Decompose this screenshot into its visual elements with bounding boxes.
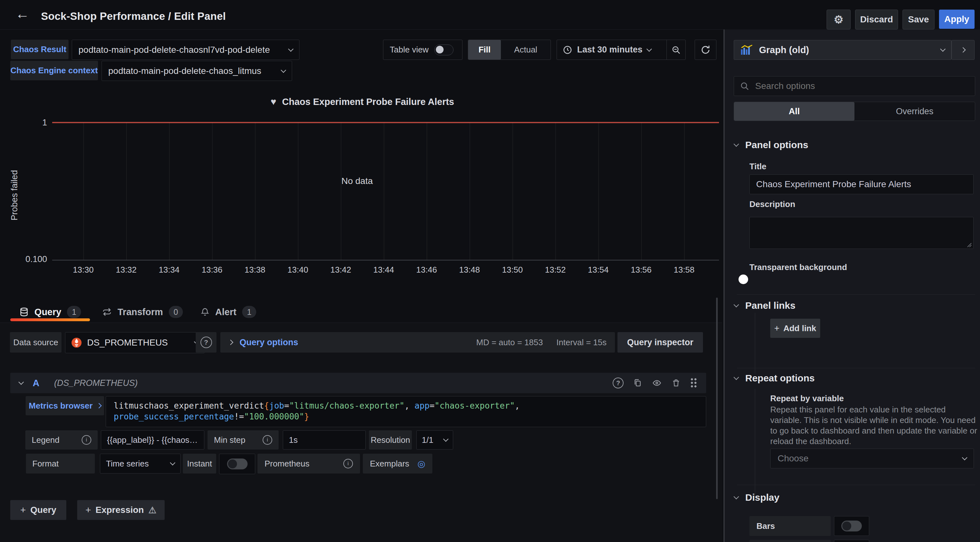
resize-handle-icon[interactable] (966, 241, 972, 248)
add-query-button[interactable]: + Query (10, 500, 66, 520)
display-next-row-partial (749, 540, 831, 542)
min-step-field-label: Min step i (208, 430, 278, 450)
time-range-control: Last 30 minutes (557, 40, 686, 60)
chevron-right-icon (961, 48, 966, 53)
display-section-header[interactable]: Display (734, 492, 780, 503)
add-link-button[interactable]: + Add link (770, 319, 820, 338)
chevron-down-icon (647, 46, 652, 52)
plus-icon: + (775, 323, 780, 333)
variable-value-chaos-result[interactable]: podtato-main-pod-delete-chaosnl7vd-pod-d… (72, 40, 299, 60)
query-inspector-button[interactable]: Query inspector (617, 332, 703, 353)
apply-button[interactable]: Apply (939, 10, 975, 29)
bars-toggle[interactable] (841, 521, 862, 531)
save-button[interactable]: Save (902, 10, 934, 29)
visualization-picker[interactable]: Graph (old) (734, 40, 951, 60)
bars-toggle-box (834, 516, 869, 536)
query-help-icon[interactable]: ? (612, 377, 624, 388)
drag-handle-icon[interactable] (690, 377, 697, 388)
repeat-variable-select[interactable]: Choose (770, 448, 974, 468)
legend-value-text: {{app_label}} - {{chaos… (107, 435, 197, 445)
x-axis-tick-label: 13:56 (631, 265, 651, 275)
toggle-knob (842, 521, 851, 531)
x-axis-tick-label: 13:52 (545, 265, 566, 275)
instant-toggle-box (219, 454, 255, 474)
panel-options-section-header[interactable]: Panel options (734, 139, 808, 151)
legend-label-text: Legend (32, 435, 60, 445)
scrollbar-thumb[interactable] (716, 298, 718, 499)
variable-label-chaos-engine: Chaos Engine context (10, 61, 98, 80)
format-select[interactable]: Time series (100, 454, 181, 474)
add-link-label: Add link (783, 323, 816, 333)
filter-tab-all[interactable]: All (734, 102, 854, 120)
gridline (555, 122, 556, 260)
interval-text: Interval = 15s (556, 338, 606, 347)
variable-value-text: podtato-main-pod-delete-chaosnl7vd-pod-d… (78, 45, 270, 55)
y-axis-title: Probes failed (10, 162, 19, 229)
metrics-browser-button[interactable]: Metrics browser (25, 396, 104, 415)
tab-alert[interactable]: Alert 1 (200, 302, 256, 322)
chevron-down-icon (281, 67, 286, 73)
tab-count-badge: 1 (67, 306, 81, 318)
table-view-toggle[interactable] (434, 44, 453, 55)
gear-icon: ⚙ (834, 13, 843, 26)
plus-icon: + (86, 505, 91, 515)
x-axis-tick-label: 13:42 (330, 265, 351, 275)
panel-settings-button[interactable]: ⚙ (827, 10, 851, 29)
chevron-down-icon (734, 302, 739, 307)
variable-label-chaos-result: Chaos Result (11, 40, 68, 59)
section-divider (737, 294, 975, 295)
filter-tab-overrides[interactable]: Overrides (854, 106, 975, 116)
gridline (212, 122, 213, 260)
legend-input[interactable]: {{app_label}} - {{chaos… (101, 430, 204, 450)
tab-count-badge: 0 (169, 306, 183, 318)
panel-title-input[interactable] (749, 174, 974, 194)
toggle-knob (228, 460, 237, 468)
min-step-input[interactable]: 1s (283, 430, 366, 450)
search-options-input[interactable] (754, 81, 969, 92)
zoom-out-button[interactable] (667, 40, 686, 60)
repeat-options-section-header[interactable]: Repeat options (734, 373, 815, 384)
duplicate-query-icon[interactable] (633, 378, 642, 388)
add-expression-label: Expression (95, 505, 144, 515)
collapse-query-chevron-icon[interactable] (19, 379, 24, 385)
query-options-header[interactable]: Query options MD = auto = 1853 Interval … (220, 332, 615, 353)
exemplars-icon[interactable]: ◎ (418, 458, 425, 469)
instant-toggle[interactable] (227, 458, 248, 469)
display-next-toggle-partial (834, 540, 869, 542)
panel-description-textarea[interactable] (749, 217, 974, 249)
resolution-select[interactable]: 1/1 (416, 430, 453, 450)
chevron-down-icon (734, 141, 739, 147)
actual-option[interactable]: Actual (501, 45, 550, 55)
tab-transform[interactable]: Transform 0 (102, 302, 183, 322)
fill-actual-switch: Fill Actual (468, 40, 551, 60)
discard-button[interactable]: Discard (855, 10, 898, 29)
back-arrow-icon[interactable]: ← (15, 6, 29, 22)
toggle-visibility-icon[interactable] (652, 379, 662, 387)
toggle-pane-button[interactable] (951, 40, 975, 60)
query-expression-editor[interactable]: litmuschaos_experiment_verdict{job="litm… (106, 396, 706, 427)
x-axis-tick-label: 13:38 (244, 265, 265, 275)
section-indent-line (755, 389, 755, 494)
pane-splitter[interactable] (724, 29, 724, 542)
datasource-help-button[interactable]: ? (196, 332, 216, 353)
add-expression-button[interactable]: + Expression ⚠ (77, 500, 165, 520)
datasource-label-text: Data source (13, 338, 58, 347)
panel-header[interactable]: ♥ Chaos Experiment Probe Failure Alerts (6, 95, 719, 109)
section-title: Repeat options (745, 373, 815, 384)
gridline (641, 122, 642, 260)
x-axis-tick-label: 13:58 (673, 265, 694, 275)
fill-option[interactable]: Fill (468, 40, 501, 60)
prometheus-type-label: Prometheus i (258, 454, 360, 474)
panel-links-section-header[interactable]: Panel links (734, 300, 795, 311)
refresh-button[interactable] (695, 40, 716, 60)
heart-icon: ♥ (270, 96, 276, 107)
time-range-picker[interactable]: Last 30 minutes (557, 40, 667, 60)
variable-value-chaos-engine[interactable]: podtato-main-pod-delete-chaos_litmus (102, 61, 292, 81)
x-axis-tick-label: 13:44 (373, 265, 394, 275)
zoom-out-icon (671, 45, 681, 55)
time-range-label: Last 30 minutes (577, 45, 643, 55)
datasource-picker[interactable]: DS_PROMETHEUS (65, 332, 205, 353)
toggle-knob (738, 274, 748, 284)
gridline (298, 122, 299, 260)
delete-query-icon[interactable] (671, 378, 681, 388)
